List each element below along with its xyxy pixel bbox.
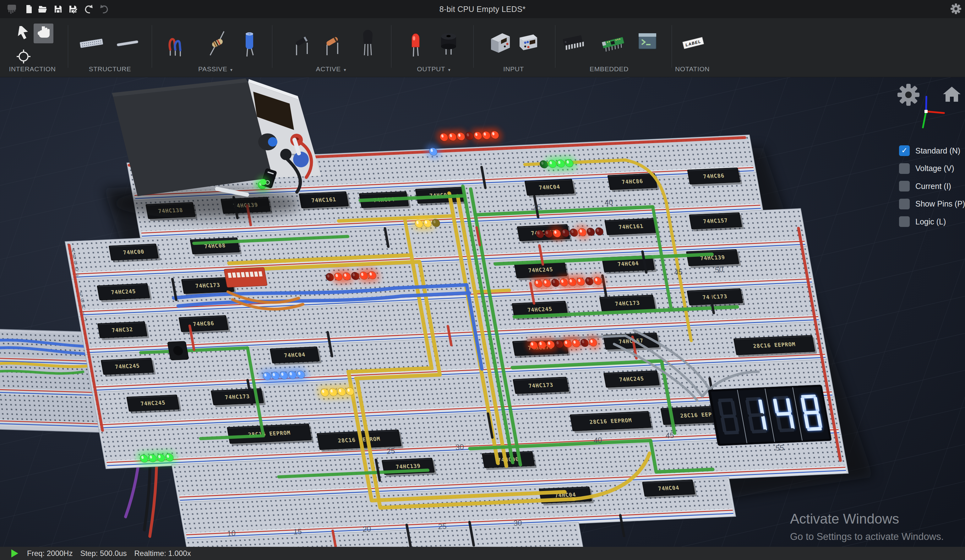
open-file-icon[interactable] xyxy=(38,4,48,16)
push-button[interactable] xyxy=(167,341,189,360)
label-icon[interactable]: LABEL xyxy=(681,28,705,60)
ic-chip-label: 74HC86 xyxy=(622,178,644,185)
ic-chip-label: 74HC86 xyxy=(703,172,725,180)
dip-chip-icon[interactable] xyxy=(561,28,585,60)
ic-chip[interactable]: 74HC161 xyxy=(299,191,351,210)
ic-chip-label: 74HC173 xyxy=(615,300,640,307)
titlebar: 8-bit CPU Empty LEDS* xyxy=(0,0,965,18)
ic-chip[interactable]: 28C16 EEPROM xyxy=(227,423,314,446)
terminal-icon[interactable] xyxy=(635,28,659,60)
ic-chip[interactable]: 74HC161 xyxy=(605,218,660,237)
checkbox-logic-l[interactable] xyxy=(899,216,910,227)
checkbox-current-i[interactable] xyxy=(899,181,910,191)
checkbox-standard-n[interactable]: ✓ xyxy=(899,145,910,156)
toolbar-divider xyxy=(672,25,672,68)
ic-chip[interactable]: 74HC04 xyxy=(270,346,322,366)
gizmo-z-axis xyxy=(926,97,926,111)
led-cluster-blue[interactable] xyxy=(258,367,310,384)
bench-power-supply[interactable] xyxy=(112,78,321,219)
led-cluster-yellow[interactable] xyxy=(316,384,359,400)
zener-diode-icon[interactable] xyxy=(320,28,344,60)
ic-chip[interactable]: 74HC86 xyxy=(607,173,659,192)
view-option-standard-n[interactable]: ✓Standard (N) xyxy=(899,145,965,156)
toolbar-divider xyxy=(272,25,272,68)
toolbar-section-label-input[interactable]: INPUT xyxy=(503,65,524,73)
toolbar-section-label-interaction[interactable]: INTERACTION xyxy=(9,65,56,73)
ic-chip[interactable]: 74HC86 xyxy=(687,168,742,186)
hand-icon[interactable] xyxy=(36,26,50,41)
view-option-current-i[interactable]: Current (I) xyxy=(899,181,965,191)
toolbar-section-label-notation[interactable]: NOTATION xyxy=(675,65,710,73)
toolbar-section-passive: PASSIVE▼ xyxy=(152,18,272,77)
toolbar-section-label-active[interactable]: ACTIVE▼ xyxy=(316,65,347,73)
view-option-voltage-v[interactable]: Voltage (V) xyxy=(899,163,965,174)
ic-chip[interactable]: 74HC157 xyxy=(689,212,744,231)
window-title: 8-bit CPU Empty LEDS* xyxy=(440,5,525,14)
ic-chip-label: 74HC32 xyxy=(111,326,134,333)
toolbar-divider xyxy=(473,25,474,68)
rod-icon[interactable] xyxy=(116,28,139,60)
view-option-logic-l[interactable]: Logic (L) xyxy=(899,216,965,227)
cursor-icon[interactable] xyxy=(16,26,31,41)
view-option-show-pins-p[interactable]: Show Pins (P) xyxy=(899,199,965,209)
ic-chip[interactable]: 74HC245 xyxy=(101,358,156,377)
undo-icon[interactable] xyxy=(83,4,93,16)
new-file-icon[interactable] xyxy=(24,4,34,16)
ic-chip-label: 74HC173 xyxy=(528,382,554,389)
ic-chip[interactable]: 74HC04 xyxy=(525,179,576,198)
function-generator-icon[interactable] xyxy=(517,28,540,60)
ic-chip-label: 74HC245 xyxy=(114,362,140,370)
ic-chip-label: 74HC245 xyxy=(528,266,553,273)
ic-chip[interactable]: 74HC04 xyxy=(642,480,697,498)
ic-chip[interactable]: 74HC00 xyxy=(109,243,160,263)
redo-icon[interactable] xyxy=(99,4,109,16)
dip-switch[interactable] xyxy=(224,268,267,287)
arduino-icon[interactable] xyxy=(601,28,625,60)
ic-chip[interactable]: 74HC32 xyxy=(97,322,149,340)
jumper-wires-icon[interactable] xyxy=(164,28,188,60)
transistor-icon[interactable] xyxy=(356,28,379,60)
toolbar-section-label-embedded[interactable]: EMBEDDED xyxy=(590,65,628,73)
breadboard-number: 20 xyxy=(361,524,371,534)
ic-chip[interactable]: 28C16 EEPROM xyxy=(733,335,817,357)
ic-chip[interactable]: 74HC139 xyxy=(382,458,437,477)
orientation-gizmo[interactable] xyxy=(908,91,949,135)
target-icon[interactable] xyxy=(16,50,31,65)
seven-segment-display[interactable] xyxy=(708,385,832,446)
toolbar-divider xyxy=(152,25,152,68)
breadboard-number: 25 xyxy=(532,203,542,212)
ic-chip[interactable]: 74HC173 xyxy=(513,377,571,396)
ic-chip[interactable]: 74HC245 xyxy=(127,395,182,413)
led-cluster-green[interactable] xyxy=(135,449,178,467)
toolbar-section-label-structure[interactable]: STRUCTURE xyxy=(89,65,131,73)
save-file-as-icon[interactable] xyxy=(68,4,78,16)
view-option-label: Logic (L) xyxy=(915,217,946,226)
ic-chip-label: 74HC173 xyxy=(224,393,250,400)
ic-chip[interactable]: 74HC173 xyxy=(687,289,745,308)
toolbar-section-label-passive[interactable]: PASSIVE▼ xyxy=(198,65,233,73)
ic-chip[interactable]: 74HC245 xyxy=(97,284,152,302)
ic-chip-label: 74HC245 xyxy=(140,400,166,407)
led-icon[interactable] xyxy=(404,28,427,60)
checkbox-show-pins-p[interactable] xyxy=(899,199,910,209)
diode-icon[interactable] xyxy=(290,28,314,60)
play-icon[interactable] xyxy=(11,549,18,557)
breadboard-icon[interactable] xyxy=(80,28,103,60)
ic-chip[interactable]: 74HC00 xyxy=(482,451,537,470)
settings-gear-icon[interactable] xyxy=(950,3,961,15)
ic-chip[interactable]: 28C16 EEPROM xyxy=(570,411,653,433)
checkbox-voltage-v[interactable] xyxy=(899,163,910,174)
capacitor-icon[interactable] xyxy=(237,28,261,60)
toolbar-section-label-output[interactable]: OUTPUT▼ xyxy=(417,65,451,73)
resistor-icon[interactable] xyxy=(205,28,229,60)
ic-chip-label: 74HC173 xyxy=(702,293,728,300)
ic-chip[interactable]: 74HC86 xyxy=(179,315,231,334)
statusbar: Freq: 2000Hz Step: 500.0us Realtime: 1.0… xyxy=(0,547,965,560)
ic-chip-label: 74HC161 xyxy=(311,196,337,203)
circuit-3d-viewport[interactable]: 74HC13874HC13974HC16174HC0474HC0274HC047… xyxy=(0,0,965,560)
buzzer-icon[interactable] xyxy=(437,28,461,60)
save-file-icon[interactable] xyxy=(53,4,63,16)
toolbar-section-active: ACTIVE▼ xyxy=(272,18,391,77)
power-supply-icon[interactable] xyxy=(489,28,512,60)
ic-chip[interactable]: 74HC245 xyxy=(604,371,662,390)
